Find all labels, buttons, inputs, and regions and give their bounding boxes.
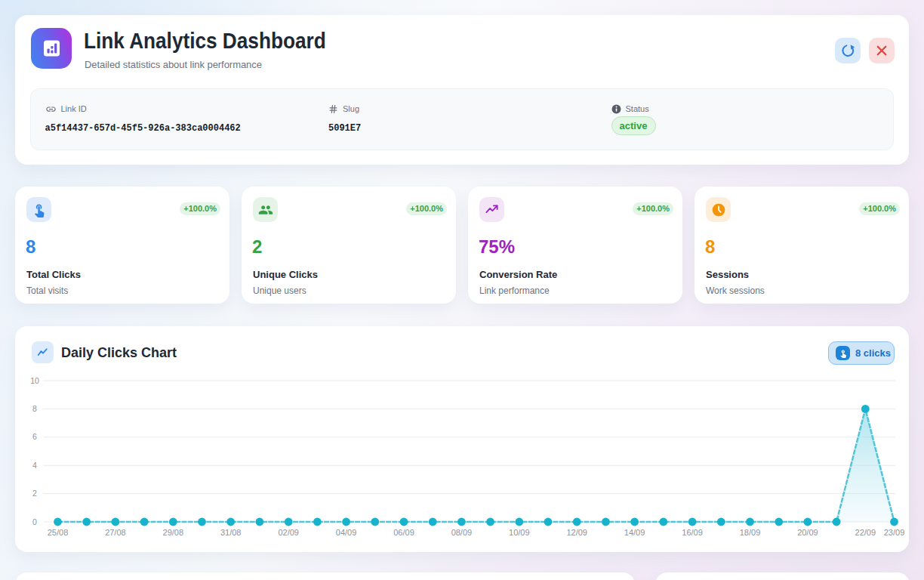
svg-text:31/08: 31/08 bbox=[220, 528, 242, 537]
svg-text:06/09: 06/09 bbox=[393, 528, 414, 537]
svg-text:20/09: 20/09 bbox=[797, 528, 818, 537]
svg-text:08/09: 08/09 bbox=[451, 528, 473, 537]
svg-text:6: 6 bbox=[32, 432, 37, 441]
svg-text:23/09: 23/09 bbox=[884, 528, 905, 537]
svg-text:12/09: 12/09 bbox=[566, 528, 587, 537]
svg-text:27/08: 27/08 bbox=[105, 528, 126, 537]
svg-text:04/09: 04/09 bbox=[336, 528, 357, 537]
svg-text:14/09: 14/09 bbox=[624, 528, 645, 537]
svg-text:22/09: 22/09 bbox=[855, 528, 876, 537]
svg-text:4: 4 bbox=[32, 461, 37, 470]
svg-text:16/09: 16/09 bbox=[682, 528, 703, 537]
svg-text:29/08: 29/08 bbox=[163, 528, 184, 537]
svg-text:25/08: 25/08 bbox=[48, 528, 69, 537]
svg-text:2: 2 bbox=[32, 489, 37, 498]
svg-text:0: 0 bbox=[32, 517, 37, 526]
svg-text:10: 10 bbox=[30, 376, 39, 385]
svg-text:8: 8 bbox=[32, 404, 37, 413]
svg-text:18/09: 18/09 bbox=[740, 528, 761, 537]
svg-text:10/09: 10/09 bbox=[509, 528, 530, 537]
svg-text:02/09: 02/09 bbox=[278, 528, 299, 537]
